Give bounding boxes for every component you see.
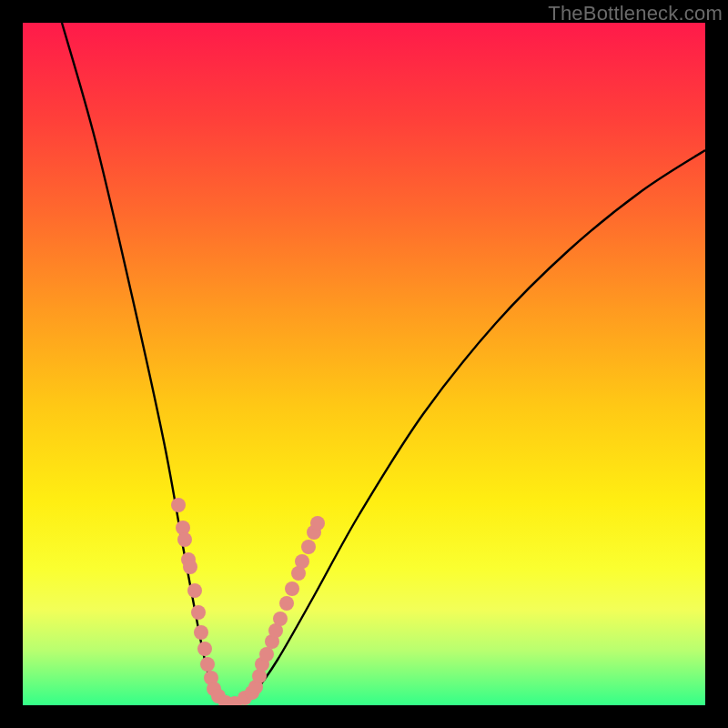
data-marker <box>301 540 316 554</box>
data-marker <box>191 605 206 620</box>
plot-area <box>23 23 705 705</box>
data-marker <box>310 516 325 531</box>
data-marker <box>194 625 208 640</box>
data-marker <box>295 554 309 569</box>
curve-svg <box>23 23 705 705</box>
data-marker <box>285 581 299 596</box>
data-marker <box>279 596 294 611</box>
watermark-text: TheBottleneck.com <box>548 2 723 25</box>
bottleneck-curve <box>62 23 705 705</box>
data-marker <box>171 498 186 512</box>
data-marker <box>259 647 274 662</box>
data-marker <box>187 583 202 598</box>
data-marker <box>183 560 197 574</box>
data-marker <box>200 657 215 672</box>
data-marker <box>177 532 192 547</box>
data-marker <box>197 642 212 656</box>
chart-frame: TheBottleneck.com <box>0 0 728 728</box>
data-marker <box>273 612 288 626</box>
